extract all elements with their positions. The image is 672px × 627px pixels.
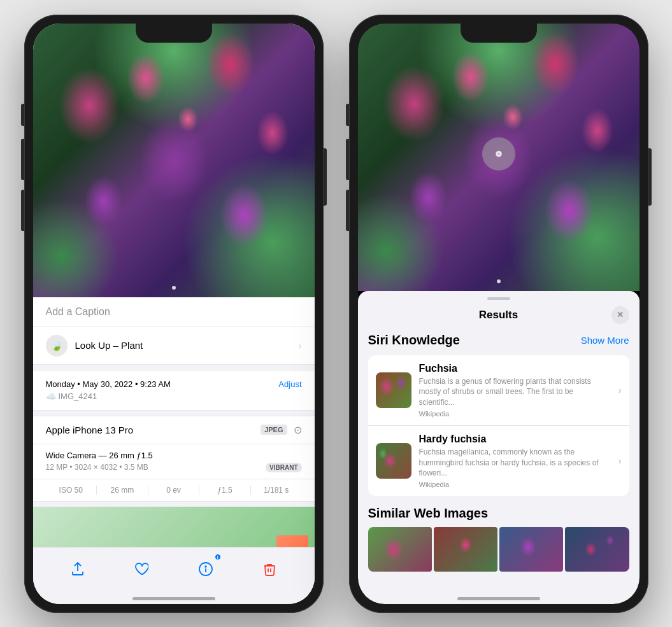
result-item-hardy-fuchsia[interactable]: Hardy fuchsia Fuchsia magellanica, commo… bbox=[368, 426, 629, 496]
photo-display-2[interactable] bbox=[358, 24, 640, 291]
home-indicator-2 bbox=[457, 597, 540, 600]
hardy-fuchsia-info: Hardy fuchsia Fuchsia magellanica, commo… bbox=[419, 433, 611, 488]
exif-aperture: ƒ1.5 bbox=[199, 486, 251, 495]
fuchsia-thumbnail bbox=[376, 372, 411, 408]
volume-up-button[interactable] bbox=[21, 139, 24, 180]
result-item-fuchsia[interactable]: Fuchsia Fuchsia is a genus of flowering … bbox=[368, 355, 629, 426]
exif-shutter: 1/181 s bbox=[251, 486, 302, 495]
flower-image bbox=[33, 24, 315, 297]
mute-button[interactable] bbox=[21, 104, 24, 126]
results-panel: Results ✕ Siri Knowledge Show More bbox=[358, 291, 640, 604]
mute-button-2[interactable] bbox=[346, 104, 349, 126]
phone-2: Results ✕ Siri Knowledge Show More bbox=[349, 15, 648, 613]
info-button[interactable]: i bbox=[192, 555, 220, 583]
page-indicator-2 bbox=[497, 279, 501, 283]
siri-knowledge-title: Siri Knowledge bbox=[368, 333, 460, 348]
device-name: Apple iPhone 13 Pro bbox=[46, 425, 134, 435]
exif-iso: ISO 50 bbox=[46, 486, 97, 495]
lookup-row[interactable]: 🍃 Look Up – Look Up – PlantPlant › bbox=[33, 327, 315, 365]
notch bbox=[136, 24, 212, 43]
photo-date: Monday • May 30, 2022 • 9:23 AM bbox=[46, 379, 171, 389]
delete-button[interactable] bbox=[255, 555, 283, 583]
format-badge: JPEG bbox=[261, 425, 287, 435]
results-header: Results ✕ bbox=[358, 300, 640, 330]
page-indicator bbox=[172, 286, 176, 290]
power-button-2[interactable] bbox=[648, 148, 652, 206]
volume-down-button[interactable] bbox=[21, 190, 24, 231]
caption-placeholder[interactable]: Add a Caption bbox=[46, 306, 110, 317]
siri-knowledge-header: Siri Knowledge Show More bbox=[368, 333, 629, 348]
photo-specs: 12 MP • 3024 × 4032 • 3.5 MB bbox=[46, 463, 148, 472]
visual-lookup-icon: 🍃 bbox=[46, 335, 68, 356]
info-badge-text: i bbox=[215, 554, 220, 560]
favorite-button[interactable] bbox=[127, 555, 155, 583]
fuchsia-description: Fuchsia is a genus of flowering plants t… bbox=[419, 376, 611, 408]
notch-2 bbox=[461, 24, 537, 43]
siri-knowledge-card: Fuchsia Fuchsia is a genus of flowering … bbox=[368, 355, 629, 497]
fuchsia-chevron: › bbox=[618, 385, 622, 395]
exif-ev: 0 ev bbox=[148, 486, 200, 495]
camera-icon: ⊙ bbox=[294, 424, 302, 436]
results-content: Siri Knowledge Show More Fuchsia Fuchsia… bbox=[358, 330, 640, 572]
fuchsia-info: Fuchsia Fuchsia is a genus of flowering … bbox=[419, 363, 611, 418]
photo-metadata: Monday • May 30, 2022 • 9:23 AM Adjust ☁… bbox=[33, 370, 315, 411]
exif-data: ISO 50 26 mm 0 ev ƒ1.5 1/181 s bbox=[33, 479, 315, 501]
info-badge: i bbox=[215, 554, 221, 560]
show-more-button[interactable]: Show More bbox=[581, 335, 629, 346]
device-info: Apple iPhone 13 Pro JPEG ⊙ Wide Camera —… bbox=[33, 416, 315, 502]
bottom-toolbar: i bbox=[33, 547, 315, 604]
volume-up-button-2[interactable] bbox=[346, 139, 349, 180]
share-button[interactable] bbox=[64, 555, 92, 583]
similar-images-grid bbox=[368, 527, 629, 572]
photo-location: ☁️ IMG_4241 bbox=[46, 391, 302, 401]
photo-display[interactable] bbox=[33, 24, 315, 297]
similar-image-2[interactable] bbox=[434, 527, 497, 572]
similar-image-1[interactable] bbox=[368, 527, 432, 572]
similar-image-4[interactable] bbox=[565, 527, 629, 572]
lookup-chevron: › bbox=[299, 341, 302, 351]
fuchsia-name: Fuchsia bbox=[419, 363, 611, 374]
home-indicator bbox=[132, 597, 215, 600]
hardy-fuchsia-description: Fuchsia magellanica, commonly known as t… bbox=[419, 447, 611, 479]
similar-images-section: Similar Web Images bbox=[368, 506, 629, 572]
similar-image-3[interactable] bbox=[499, 527, 563, 572]
cloud-icon: ☁️ bbox=[46, 391, 56, 401]
similar-images-title: Similar Web Images bbox=[368, 506, 629, 521]
results-title: Results bbox=[386, 309, 611, 321]
hardy-fuchsia-chevron: › bbox=[618, 456, 622, 466]
filter-badge: VIBRANT bbox=[266, 463, 301, 472]
camera-type: Wide Camera — 26 mm ƒ1.5 bbox=[46, 451, 302, 460]
fuchsia-source: Wikipedia bbox=[419, 410, 611, 418]
filename: IMG_4241 bbox=[59, 391, 97, 401]
adjust-button[interactable]: Adjust bbox=[278, 379, 301, 389]
phone-1: Add a Caption 🍃 Look Up – Look Up – Plan… bbox=[24, 15, 324, 613]
visual-lookup-button[interactable] bbox=[482, 137, 515, 170]
power-button[interactable] bbox=[324, 148, 327, 206]
exif-focal: 26 mm bbox=[97, 486, 148, 495]
close-button[interactable]: ✕ bbox=[611, 306, 629, 324]
hardy-fuchsia-thumbnail bbox=[376, 443, 411, 479]
hardy-fuchsia-name: Hardy fuchsia bbox=[419, 433, 611, 445]
caption-area[interactable]: Add a Caption bbox=[33, 297, 315, 327]
hardy-fuchsia-source: Wikipedia bbox=[419, 481, 611, 488]
lookup-label: Look Up – Look Up – PlantPlant bbox=[75, 340, 143, 351]
svg-point-2 bbox=[205, 566, 206, 567]
volume-down-button-2[interactable] bbox=[346, 190, 349, 231]
